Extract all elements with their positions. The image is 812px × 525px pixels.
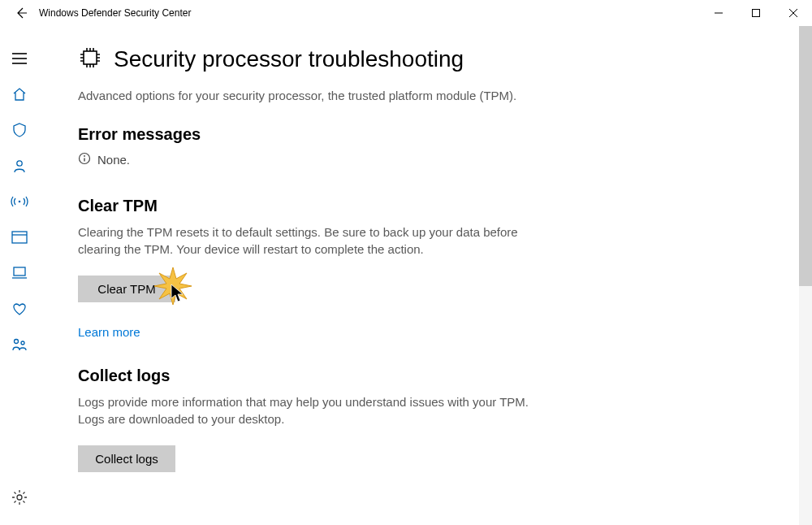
info-icon — [78, 152, 91, 167]
clear-tpm-button[interactable]: Clear TPM — [78, 276, 175, 302]
close-button[interactable] — [775, 0, 812, 26]
family-icon — [11, 336, 28, 353]
gear-icon — [11, 489, 28, 505]
clear-tpm-body: Clearing the TPM resets it to default se… — [78, 223, 541, 258]
errors-message: None. — [97, 153, 130, 167]
nav-home[interactable] — [0, 76, 39, 112]
signal-icon — [11, 193, 28, 210]
hamburger-icon — [12, 53, 27, 64]
account-icon — [11, 158, 28, 174]
collect-logs-body: Logs provide more information that may h… — [78, 393, 541, 427]
nav-firewall[interactable] — [0, 184, 39, 219]
learn-more-link[interactable]: Learn more — [78, 325, 140, 339]
window-title: Windows Defender Security Center — [36, 7, 191, 19]
maximize-icon — [752, 9, 760, 17]
scrollbar-thumb[interactable] — [799, 26, 812, 286]
nav-virus-protection[interactable] — [0, 112, 39, 148]
nav-app-browser[interactable] — [0, 219, 39, 255]
nav-device-performance[interactable] — [0, 291, 39, 327]
svg-point-1 — [17, 161, 22, 166]
content-area: Security processor troubleshooting Advan… — [39, 26, 812, 525]
nav-device-security[interactable] — [0, 255, 39, 291]
hamburger-button[interactable] — [0, 41, 39, 76]
nav-settings[interactable] — [0, 479, 39, 515]
svg-rect-4 — [14, 267, 25, 276]
svg-point-2 — [19, 201, 21, 203]
sidebar — [0, 26, 39, 525]
titlebar: Windows Defender Security Center — [0, 0, 812, 26]
clear-tpm-heading: Clear TPM — [78, 197, 780, 215]
window-icon — [11, 230, 28, 245]
svg-point-5 — [15, 340, 19, 344]
collect-logs-button[interactable]: Collect logs — [78, 445, 175, 472]
minimize-button[interactable] — [700, 0, 737, 26]
home-icon — [11, 86, 28, 102]
back-button[interactable] — [6, 0, 36, 26]
svg-rect-8 — [84, 51, 97, 64]
heart-health-icon — [11, 302, 28, 316]
nav-family-options[interactable] — [0, 327, 39, 362]
chip-icon — [78, 46, 102, 72]
scrollbar[interactable] — [799, 26, 812, 525]
svg-point-6 — [21, 341, 24, 345]
minimize-icon — [715, 9, 723, 17]
collect-logs-heading: Collect logs — [78, 367, 780, 385]
laptop-icon — [11, 266, 28, 280]
svg-rect-0 — [753, 10, 760, 17]
page-subtitle: Advanced options for your security proce… — [78, 87, 533, 104]
errors-heading: Error messages — [78, 125, 780, 144]
svg-rect-3 — [12, 232, 27, 243]
close-icon — [789, 9, 797, 17]
page-title: Security processor troubleshooting — [114, 46, 464, 72]
window-controls — [700, 0, 812, 26]
svg-point-10 — [84, 155, 85, 157]
maximize-button[interactable] — [737, 0, 775, 26]
errors-row: None. — [78, 152, 780, 167]
svg-point-7 — [17, 495, 22, 500]
shield-icon — [11, 122, 28, 138]
page-title-row: Security processor troubleshooting — [78, 46, 780, 72]
arrow-left-icon — [15, 7, 28, 20]
nav-account-protection[interactable] — [0, 148, 39, 184]
